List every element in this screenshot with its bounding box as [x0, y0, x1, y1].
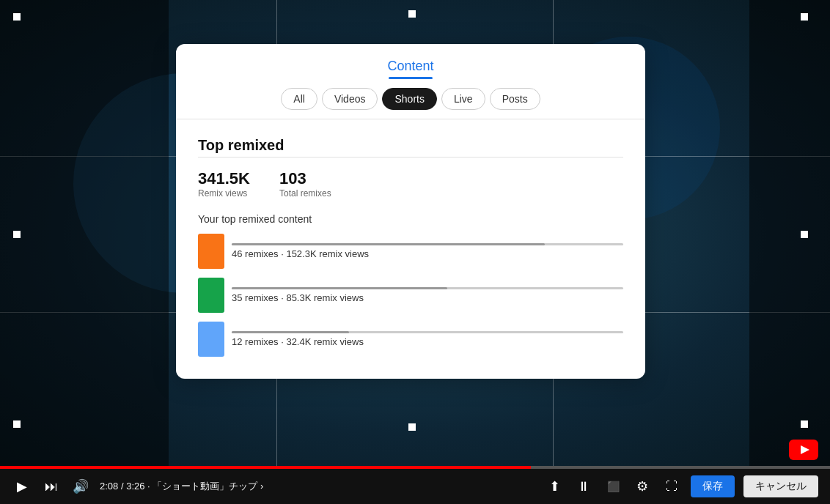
content-stats-3: 12 remixes · 32.4K remix views — [232, 336, 623, 347]
content-thumb-3 — [198, 322, 224, 357]
modal-title-underline — [389, 77, 433, 79]
stats-row: 341.5K Remix views 103 Total remixes — [198, 169, 623, 199]
stat-total-remixes-label: Total remixes — [279, 188, 331, 199]
tab-live[interactable]: Live — [441, 88, 485, 110]
content-thumb-2 — [198, 278, 224, 313]
tab-videos[interactable]: Videos — [322, 88, 378, 110]
content-bar-fill-3 — [232, 331, 349, 333]
crop-handle-top-right[interactable] — [801, 13, 808, 21]
captions-button[interactable]: ⬛ — [603, 476, 623, 497]
crop-handle-bottom-left[interactable] — [13, 420, 21, 428]
content-bar-1 — [232, 243, 623, 245]
stat-remix-views: 341.5K Remix views — [198, 169, 250, 199]
tab-all[interactable]: All — [281, 88, 317, 110]
crop-handle-bottom-right[interactable] — [801, 420, 808, 428]
stat-remix-views-value: 341.5K — [198, 169, 250, 188]
content-thumb-1 — [198, 234, 224, 269]
skip-button[interactable]: ⏭ — [41, 476, 62, 497]
pause-button[interactable]: ⏸ — [573, 476, 594, 497]
content-info-1: 46 remixes · 152.3K remix views — [232, 243, 623, 259]
stat-remix-views-label: Remix views — [198, 188, 250, 199]
save-button[interactable]: 保存 — [691, 475, 735, 497]
yt-watermark — [789, 440, 818, 463]
dark-overlay-right — [749, 0, 830, 469]
content-bar-fill-1 — [232, 243, 545, 245]
crop-handle-top-left[interactable] — [13, 13, 21, 21]
stat-total-remixes: 103 Total remixes — [279, 169, 331, 199]
cancel-button[interactable]: キャンセル — [743, 475, 818, 497]
section-divider — [198, 157, 623, 158]
list-item: 46 remixes · 152.3K remix views — [198, 234, 623, 269]
dark-overlay-left — [0, 0, 169, 469]
crop-handle-middle-right[interactable] — [801, 231, 808, 238]
fullscreen-button[interactable]: ⛶ — [661, 476, 682, 497]
content-info-3: 12 remixes · 32.4K remix views — [232, 331, 623, 347]
crop-handle-top-center[interactable] — [408, 10, 416, 18]
list-item: 35 remixes · 85.3K remix views — [198, 278, 623, 313]
content-stats-1: 46 remixes · 152.3K remix views — [232, 248, 623, 259]
tab-posts[interactable]: Posts — [490, 88, 540, 110]
modal-header: Content All Videos Shorts Live Posts — [176, 44, 645, 119]
volume-button[interactable]: 🔊 — [70, 476, 91, 497]
crop-handle-bottom-center[interactable] — [408, 423, 416, 431]
top-remixed-label: Your top remixed content — [198, 213, 623, 225]
content-modal: Content All Videos Shorts Live Posts Top… — [176, 44, 645, 379]
stat-total-remixes-value: 103 — [279, 169, 331, 188]
tab-shorts[interactable]: Shorts — [382, 88, 436, 110]
section-title: Top remixed — [198, 137, 623, 154]
controls-bar: ▶ ⏭ 🔊 2:08 / 3:26 · 「ショート動画」チップ › ⬆ ⏸ ⬛ … — [0, 469, 830, 504]
modal-title: Content — [198, 59, 623, 74]
content-bar-3 — [232, 331, 623, 333]
time-display: 2:08 / 3:26 · 「ショート動画」チップ › — [100, 480, 263, 493]
content-list: 46 remixes · 152.3K remix views 35 remix… — [198, 234, 623, 357]
upload-button[interactable]: ⬆ — [544, 476, 565, 497]
settings-button[interactable]: ⚙ — [632, 476, 653, 497]
crop-handle-middle-left[interactable] — [13, 231, 21, 238]
tab-row: All Videos Shorts Live Posts — [198, 88, 623, 119]
modal-body: Top remixed 341.5K Remix views 103 Total… — [176, 119, 645, 379]
content-bar-2 — [232, 287, 623, 289]
play-button[interactable]: ▶ — [12, 476, 32, 497]
list-item: 12 remixes · 32.4K remix views — [198, 322, 623, 357]
content-bar-fill-2 — [232, 287, 447, 289]
content-stats-2: 35 remixes · 85.3K remix views — [232, 292, 623, 303]
content-info-2: 35 remixes · 85.3K remix views — [232, 287, 623, 303]
